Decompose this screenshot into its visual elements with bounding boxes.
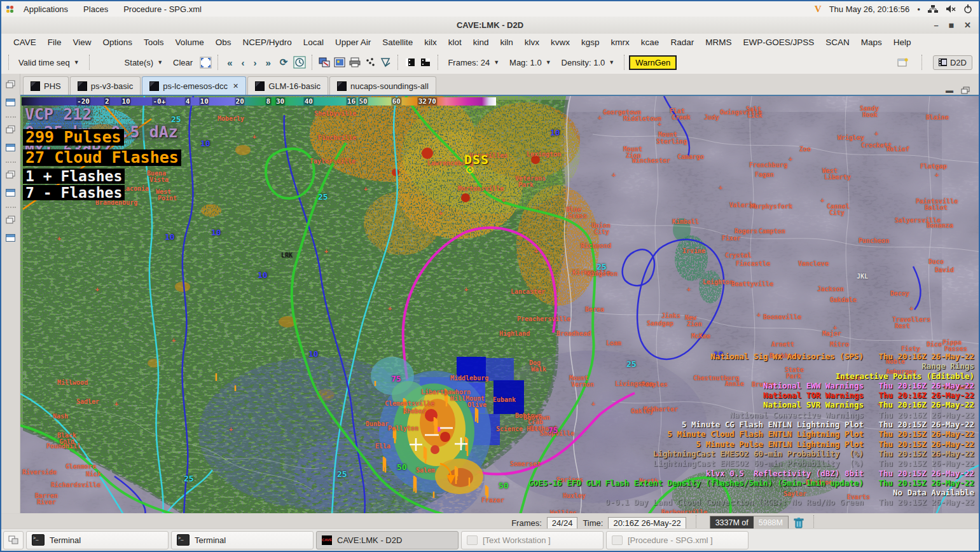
workspace-switcher[interactable] — [3, 531, 24, 549]
menu-cave[interactable]: CAVE — [8, 35, 42, 50]
menu-klot[interactable]: klot — [443, 35, 467, 50]
tab-PHS[interactable]: PHS — [23, 76, 69, 95]
menu-satellite[interactable]: Satellite — [376, 35, 418, 50]
menu-volume[interactable]: Volume — [170, 35, 210, 50]
virtualbox-icon[interactable]: V — [815, 4, 822, 15]
open-perspective-icon[interactable] — [895, 55, 911, 69]
valid-time-seq-dropdown[interactable]: Valid time seq▼ — [13, 56, 85, 69]
states-dropdown[interactable]: State(s)▼ — [120, 56, 168, 69]
menu-maps[interactable]: Maps — [855, 35, 888, 50]
print-icon[interactable] — [347, 55, 362, 69]
pane-cascade-icon[interactable] — [6, 215, 16, 226]
tab-close-icon[interactable]: ✕ — [233, 82, 238, 90]
legend-line[interactable]: National SVR WarningsThu 20:16Z 26-May-2… — [440, 400, 974, 410]
taskbar-item[interactable]: [Procedure - SPG.xml ] — [606, 531, 749, 549]
d2d-perspective-button[interactable]: D2D — [933, 55, 972, 70]
legend-line[interactable]: 5 Minute CG Flash ENTLN Lightning PlotTh… — [440, 420, 974, 429]
pane-window-icon[interactable] — [6, 233, 15, 244]
map-display[interactable]: -20210-0+41020830401650603270 VCP 212 0.… — [20, 95, 980, 513]
minimize-pane-icon[interactable]: ▬ — [946, 86, 953, 95]
restore-pane-icon[interactable] — [961, 86, 970, 94]
menu-obs[interactable]: Obs — [210, 35, 237, 50]
density-dropdown[interactable]: Density: 1.0▼ — [556, 56, 620, 69]
pane-cascade-icon[interactable] — [6, 170, 16, 181]
places-menu[interactable]: Places — [76, 3, 116, 15]
pane-window-icon[interactable] — [6, 188, 15, 199]
last-frame-button[interactable]: » — [261, 56, 275, 69]
menu-kcae[interactable]: kcae — [635, 35, 665, 50]
colorbar[interactable]: -20210-0+41020830401650603270 — [22, 97, 496, 106]
legend-line[interactable]: GOES-16 EFD GLM Flash Extent Density (fl… — [440, 478, 974, 488]
loop-button[interactable]: ⟳ — [275, 55, 293, 69]
legend-line[interactable]: Interactive Points (Editable) — [440, 371, 974, 381]
volume-muted-icon[interactable] — [946, 4, 956, 13]
legend-line[interactable]: Range Rings — [440, 361, 974, 371]
menu-klvx[interactable]: klvx — [519, 35, 545, 50]
expand-extent-icon[interactable] — [198, 55, 213, 69]
next-frame-button[interactable]: › — [249, 56, 261, 69]
close-button[interactable]: ✕ — [964, 20, 971, 30]
menu-ewp-goes-jpss[interactable]: EWP-GOES/JPSS — [737, 35, 820, 50]
taskbar-item[interactable]: [Text Workstation ] — [461, 531, 604, 549]
menu-tools[interactable]: Tools — [138, 35, 170, 50]
pane-window-icon[interactable] — [6, 97, 15, 109]
power-icon[interactable] — [963, 4, 972, 13]
frame-tools-left-icon[interactable] — [403, 55, 418, 69]
legend-line[interactable]: No Data Available — [440, 488, 974, 497]
menu-file[interactable]: File — [42, 35, 67, 50]
menu-options[interactable]: Options — [97, 35, 139, 50]
pane-cascade-icon[interactable] — [6, 79, 16, 91]
menu-scan[interactable]: SCAN — [820, 35, 855, 50]
warngen-button[interactable]: WarnGen — [629, 55, 677, 70]
minimize-button[interactable]: – — [934, 20, 939, 30]
distance-bearing-icon[interactable] — [378, 55, 393, 69]
menu-ncep-hydro[interactable]: NCEP/Hydro — [237, 35, 297, 50]
desktop-clock[interactable]: Thu May 26, 20:16:56 — [829, 4, 909, 14]
clear-button[interactable]: Clear — [168, 56, 198, 69]
menu-kind[interactable]: kind — [467, 35, 495, 50]
mag-dropdown[interactable]: Mag: 1.0▼ — [504, 56, 556, 69]
window-titlebar[interactable]: CAVE:LMK - D2D – ◼ ✕ — [1, 17, 979, 34]
legend-line[interactable]: National Sig Wx Advisories (SPS)Thu 20:1… — [440, 352, 974, 361]
tab-nucaps-soundings-all[interactable]: nucaps-soundings-all — [329, 76, 436, 95]
taskbar-item[interactable]: CAVECAVE:LMK - D2D — [316, 531, 459, 549]
product-legend[interactable]: National Sig Wx Advisories (SPS)Thu 20:1… — [440, 352, 974, 507]
menu-kiln[interactable]: kiln — [495, 35, 519, 50]
image-properties-icon[interactable] — [332, 55, 347, 69]
sample-points-icon[interactable] — [362, 55, 378, 69]
legend-line[interactable]: LightningCast EMESO2 60-min Probability … — [440, 459, 974, 468]
menu-local[interactable]: Local — [298, 35, 329, 50]
applications-menu[interactable]: Applications — [16, 3, 76, 15]
first-fr ame-button[interactable]: « — [223, 56, 237, 69]
time-status-value[interactable]: 20:16Z 26-May-22 — [608, 517, 686, 529]
tab-ps-v3-basic[interactable]: ps-v3-basic — [70, 76, 141, 95]
frame-tools-right-icon[interactable] — [418, 55, 433, 69]
menu-kvwx[interactable]: kvwx — [545, 35, 576, 50]
legend-line[interactable]: National EWW WarningsThu 20:16Z 26-May-2… — [440, 381, 974, 390]
menu-upper-air[interactable]: Upper Air — [329, 35, 376, 50]
pane-window-icon[interactable] — [6, 142, 15, 154]
menu-radar[interactable]: Radar — [665, 35, 700, 50]
tab-ps-lc-emesos-dcc[interactable]: ps-lc-emesos-dcc✕ — [142, 76, 246, 95]
tab-GLM-16-basic[interactable]: GLM-16-basic — [247, 76, 328, 95]
legend-line[interactable]: National Convective WarningsThu 20:16Z 2… — [440, 410, 974, 420]
taskbar-item[interactable]: >_Terminal — [171, 531, 314, 549]
legend-line[interactable]: 0-0.1 Day Land Cloud Convection (RGB): N… — [440, 497, 974, 507]
garbage-collect-icon[interactable] — [794, 517, 804, 528]
time-options-icon[interactable] — [292, 55, 307, 69]
prev-frame-button[interactable]: ‹ — [237, 56, 249, 69]
network-icon[interactable] — [928, 4, 938, 13]
legend-line[interactable]: LightningCast EMESO2 60-min Probability … — [440, 449, 974, 459]
legend-line[interactable]: National TOR WarningsThu 20:16Z 26-May-2… — [440, 390, 974, 400]
legend-line[interactable]: klvx 0.5 Reflectivity (dBZ) 8bitThu 20:1… — [440, 469, 974, 478]
menu-kmrx[interactable]: kmrx — [605, 35, 635, 50]
legend-line[interactable]: 5 Minute Pulse ENTLN Lightning PlotThu 2… — [440, 439, 974, 449]
maximize-button[interactable]: ◼ — [949, 22, 954, 29]
procedure-window-menu[interactable]: Procedure - SPG.xml — [116, 3, 209, 15]
menu-mrms[interactable]: MRMS — [700, 35, 737, 50]
menu-kilx[interactable]: kilx — [418, 35, 443, 50]
frames-dropdown[interactable]: Frames: 24▼ — [443, 56, 504, 69]
menu-help[interactable]: Help — [888, 35, 917, 50]
pane-cascade-icon[interactable] — [6, 125, 16, 136]
legend-line[interactable]: 5 Minute Cloud Flash ENTLN Lightning Plo… — [440, 429, 974, 439]
